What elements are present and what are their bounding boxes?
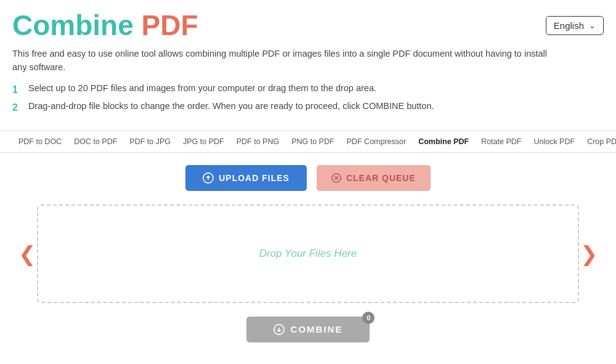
tool-nav-item-pdf-to-jpg[interactable]: PDF to JPG	[123, 131, 177, 152]
download-icon	[274, 324, 285, 335]
step-1: 1 Select up to 20 PDF files and images f…	[12, 83, 604, 97]
tool-nav-item-pdf-to-png[interactable]: PDF to PNG	[230, 131, 285, 152]
tool-nav-item-doc-to-pdf[interactable]: DOC to PDF	[68, 131, 123, 152]
scroll-left-button[interactable]: ❮	[12, 241, 42, 266]
combine-wrapper: COMBINE 0	[246, 317, 370, 342]
clear-queue-button[interactable]: CLEAR QUEUE	[317, 165, 431, 191]
upload-files-button[interactable]: UPLOAD FILES	[185, 165, 307, 191]
step-1-number: 1	[12, 83, 21, 97]
tool-nav-item-combine-pdf[interactable]: Combine PDF	[412, 131, 475, 152]
step-2: 2 Drag-and-drop file blocks to change th…	[12, 101, 604, 115]
logo-combine: Combine	[12, 9, 134, 41]
tool-nav-item-crop-pdf[interactable]: Crop PDF	[581, 131, 616, 152]
step-2-text: Drag-and-drop file blocks to change the …	[28, 101, 434, 111]
step-2-number: 2	[12, 101, 21, 115]
description-text: This free and easy to use online tool al…	[0, 46, 567, 83]
tool-nav-bar: PDF to DOCDOC to PDFPDF to JPGJPG to PDF…	[0, 131, 616, 153]
app-logo: Combine PDF	[12, 11, 198, 39]
header: Combine PDF English ⌄	[0, 0, 616, 46]
action-buttons: UPLOAD FILES CLEAR QUEUE	[185, 165, 431, 191]
drop-zone[interactable]: Drop Your Files Here	[37, 204, 579, 303]
chevron-down-icon: ⌄	[589, 21, 596, 30]
tool-nav-item-pdf-compressor[interactable]: PDF Compressor	[341, 131, 413, 152]
step-1-text: Select up to 20 PDF files and images fro…	[28, 83, 376, 93]
tool-nav-item-png-to-pdf[interactable]: PNG to PDF	[285, 131, 340, 152]
combine-count-badge: 0	[362, 312, 375, 324]
steps-list: 1 Select up to 20 PDF files and images f…	[0, 83, 616, 131]
tool-nav-item-unlock-pdf[interactable]: Unlock PDF	[527, 131, 581, 152]
scroll-right-button[interactable]: ❯	[574, 241, 604, 266]
tool-nav-item-jpg-to-pdf[interactable]: JPG to PDF	[177, 131, 230, 152]
logo-pdf: PDF	[142, 9, 198, 41]
language-label: English	[554, 20, 584, 31]
drop-placeholder: Drop Your Files Here	[259, 248, 357, 260]
drop-area-wrapper: ❮ Drop Your Files Here ❯	[12, 204, 604, 303]
language-selector[interactable]: English ⌄	[546, 16, 604, 35]
tool-nav-item-pdf-to-doc[interactable]: PDF to DOC	[12, 131, 68, 152]
tool-nav-item-rotate-pdf[interactable]: Rotate PDF	[475, 131, 527, 152]
main-content: UPLOAD FILES CLEAR QUEUE ❮ Drop Your Fil…	[0, 153, 616, 355]
x-circle-icon	[331, 173, 341, 183]
upload-icon	[203, 172, 214, 184]
combine-button[interactable]: COMBINE	[246, 317, 370, 342]
